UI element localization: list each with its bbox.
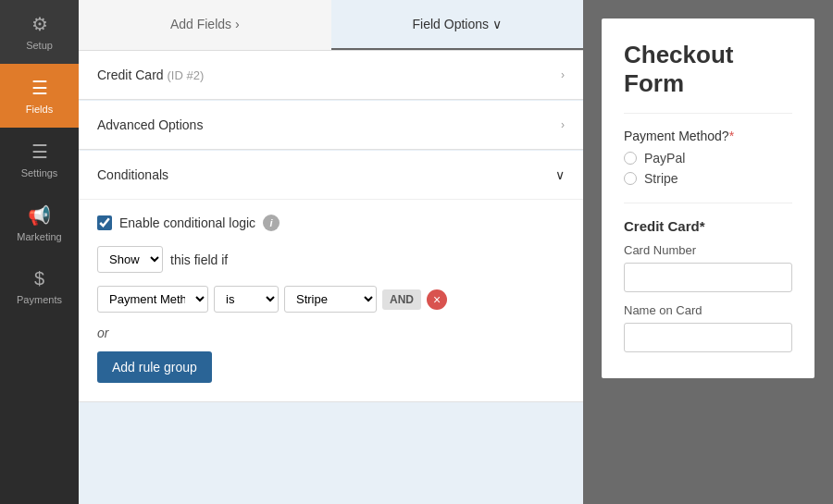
accordion-credit-card-id: (ID #2): [167, 68, 204, 82]
accordion-conditionals-label: Conditionals: [97, 167, 168, 182]
card-number-label: Card Number: [624, 243, 792, 257]
condition-field-select[interactable]: Payment Meth Name Email: [97, 286, 208, 313]
payments-icon: $: [34, 268, 44, 289]
tabs-bar: Add Fields › Field Options ∨: [79, 0, 583, 51]
accordion-conditionals-header[interactable]: Conditionals ∨: [79, 151, 583, 199]
accordion-advanced-options-chevron: ›: [561, 118, 565, 131]
accordion-advanced-options: Advanced Options ›: [79, 101, 583, 150]
condition-operator-select[interactable]: is is not contains: [214, 286, 279, 313]
payment-method-field: Payment Method?* PayPal Stripe: [624, 129, 792, 186]
radio-paypal: PayPal: [624, 151, 792, 166]
help-icon[interactable]: i: [263, 215, 280, 231]
this-field-if-text: this field if: [170, 252, 228, 267]
fields-icon: ☰: [31, 77, 48, 99]
tab-field-options[interactable]: Field Options ∨: [331, 0, 584, 50]
form-preview: Checkout Form Payment Method?* PayPal St…: [602, 18, 814, 378]
settings-icon: ☰: [31, 141, 48, 163]
sidebar-item-settings[interactable]: ☰ Settings: [0, 128, 79, 191]
card-number-input[interactable]: [624, 263, 792, 292]
condition-value-select[interactable]: Stripe PayPal: [284, 286, 377, 313]
tab-field-options-label: Field Options: [413, 17, 489, 31]
accordion-credit-card-label: Credit Card (ID #2): [97, 68, 204, 82]
tab-add-fields[interactable]: Add Fields ›: [79, 0, 331, 50]
right-panel: Checkout Form Payment Method?* PayPal St…: [583, 0, 833, 504]
sidebar-label-setup: Setup: [26, 40, 53, 51]
sidebar-label-settings: Settings: [21, 167, 58, 178]
radio-paypal-circle[interactable]: [624, 152, 637, 165]
accordion-credit-card: Credit Card (ID #2) ›: [79, 51, 583, 100]
name-on-card-label: Name on Card: [624, 303, 792, 317]
radio-stripe-circle[interactable]: [624, 172, 637, 185]
accordion-advanced-options-label: Advanced Options: [97, 117, 203, 132]
radio-stripe-label: Stripe: [644, 171, 678, 186]
add-rule-group-button[interactable]: Add rule group: [97, 351, 212, 383]
show-select[interactable]: Show Hide: [97, 246, 163, 273]
tab-add-fields-chevron: ›: [235, 17, 240, 31]
enable-conditional-label: Enable conditional logic: [119, 215, 255, 230]
sidebar-label-fields: Fields: [26, 104, 53, 115]
show-field-if-row: Show Hide this field if: [97, 246, 565, 273]
tab-field-options-chevron: ∨: [492, 17, 502, 31]
remove-condition-button[interactable]: ×: [427, 289, 447, 310]
name-on-card-input[interactable]: [624, 323, 792, 352]
panel-content: Credit Card (ID #2) › Advanced Options ›…: [79, 51, 583, 504]
accordion-conditionals-chevron: ∨: [555, 167, 565, 182]
conditionals-body: Enable conditional logic i Show Hide thi…: [79, 199, 583, 401]
sidebar-label-marketing: Marketing: [17, 231, 61, 242]
radio-paypal-label: PayPal: [644, 151, 685, 166]
enable-conditional-checkbox[interactable]: [97, 215, 112, 230]
credit-card-required: *: [700, 218, 705, 234]
sidebar: ⚙ Setup ☰ Fields ☰ Settings 📢 Marketing …: [0, 0, 79, 504]
sidebar-item-setup[interactable]: ⚙ Setup: [0, 0, 79, 64]
accordion-credit-card-chevron: ›: [561, 68, 565, 81]
sidebar-item-marketing[interactable]: 📢 Marketing: [0, 191, 79, 255]
enable-conditional-row: Enable conditional logic i: [97, 215, 565, 231]
sidebar-label-payments: Payments: [17, 294, 62, 305]
accordion-credit-card-header[interactable]: Credit Card (ID #2) ›: [79, 51, 583, 100]
setup-icon: ⚙: [31, 13, 48, 35]
credit-card-title: Credit Card*: [624, 218, 792, 234]
sidebar-item-fields[interactable]: ☰ Fields: [0, 64, 79, 128]
payment-method-label: Payment Method?*: [624, 129, 792, 143]
credit-card-section: Credit Card* Card Number Name on Card: [624, 203, 792, 363]
accordion-conditionals: Conditionals ∨ Enable conditional logic …: [79, 151, 583, 402]
left-panel: Add Fields › Field Options ∨ Credit Card…: [79, 0, 583, 504]
radio-stripe: Stripe: [624, 171, 792, 186]
and-badge: AND: [382, 289, 421, 310]
accordion-advanced-options-header[interactable]: Advanced Options ›: [79, 101, 583, 150]
marketing-icon: 📢: [28, 204, 51, 227]
or-text: or: [97, 326, 565, 340]
tab-add-fields-label: Add Fields: [170, 17, 231, 31]
form-title: Checkout Form: [624, 41, 792, 114]
sidebar-item-payments[interactable]: $ Payments: [0, 255, 79, 318]
main-content: Add Fields › Field Options ∨ Credit Card…: [79, 0, 833, 504]
condition-row: Payment Meth Name Email is is not contai…: [97, 286, 565, 313]
payment-method-required: *: [729, 129, 734, 143]
